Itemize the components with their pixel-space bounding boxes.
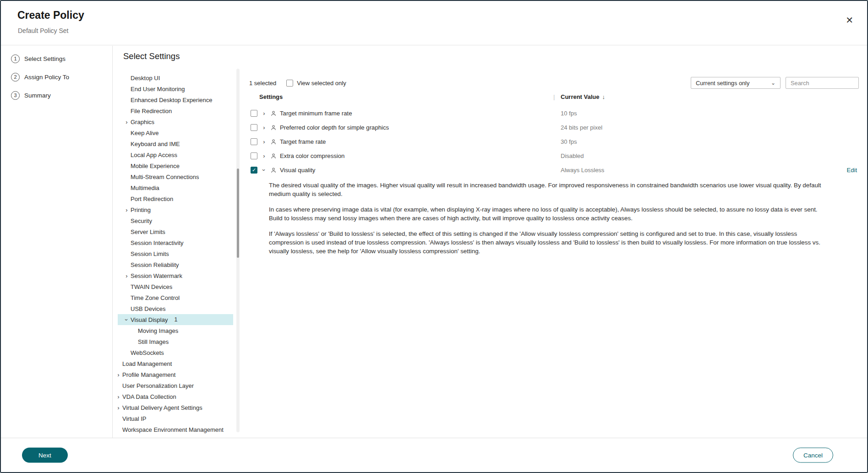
step-label: Select Settings — [24, 55, 66, 62]
chevron-down-icon: ⌄ — [771, 80, 775, 86]
tree-item[interactable]: Multi-Stream Connections — [118, 171, 233, 182]
tree-item[interactable]: Still Images — [118, 336, 233, 347]
settings-row[interactable]: ›Target frame rate30 fps — [248, 135, 867, 149]
tree-item[interactable]: End User Monitoring — [118, 83, 233, 94]
row-checkbox[interactable] — [251, 138, 257, 145]
chevron-right-icon[interactable]: › — [118, 394, 120, 400]
tree-item[interactable]: TWAIN Devices — [118, 281, 233, 292]
search-input[interactable] — [786, 77, 859, 89]
wizard-step[interactable]: 2Assign Policy To — [1, 68, 112, 86]
user-icon — [270, 125, 277, 131]
tree-item[interactable]: Load Management — [118, 358, 233, 369]
tree-item[interactable]: ›Session Watermark — [118, 270, 233, 281]
tree-item[interactable]: Multimedia — [118, 182, 233, 193]
settings-row[interactable]: ›Preferred color depth for simple graphi… — [248, 120, 867, 135]
tree-item-label: Graphics — [131, 119, 154, 125]
chevron-down-icon[interactable]: › — [124, 318, 130, 322]
tree-item[interactable]: USB Devices — [118, 303, 233, 314]
tree-item-label: VDA Data Collection — [122, 393, 176, 400]
setting-current-value: Always Lossless — [561, 167, 604, 174]
tree-item[interactable]: Workspace Environment Management — [118, 424, 233, 435]
user-icon — [270, 139, 277, 145]
tree-item-label: TWAIN Devices — [131, 283, 172, 290]
tree-item[interactable]: ›Virtual Delivery Agent Settings — [118, 402, 233, 413]
setting-name: Target minimum frame rate — [280, 110, 352, 117]
tree-item[interactable]: Desktop UI — [118, 72, 233, 83]
tree-item-label: Mobile Experience — [131, 163, 180, 169]
tree-item[interactable]: Virtual IP — [118, 413, 233, 424]
row-expand-chevron-icon[interactable]: › — [261, 168, 267, 172]
tree-item-label: Virtual Delivery Agent Settings — [122, 404, 202, 411]
settings-column-header: Settings — [259, 93, 283, 100]
tree-item[interactable]: Session Interactivity — [118, 237, 233, 248]
setting-name: Target frame rate — [280, 138, 326, 145]
tree-item-label: Virtual IP — [122, 415, 147, 422]
selected-count-badge: 1 — [174, 316, 177, 323]
tree-item-label: Session Interactivity — [131, 239, 184, 246]
tree-item[interactable]: Mobile Experience — [118, 160, 233, 171]
tree-item[interactable]: Server Limits — [118, 226, 233, 237]
wizard-step[interactable]: 1Select Settings — [1, 49, 112, 68]
chevron-right-icon[interactable]: › — [125, 207, 129, 213]
row-expand-chevron-icon[interactable]: › — [262, 110, 266, 116]
scrollbar-thumb[interactable] — [237, 169, 239, 258]
tree-item-label: Session Watermark — [131, 272, 182, 279]
tree-item[interactable]: Keyboard and IME — [118, 138, 233, 149]
tree-item[interactable]: Port Redirection — [118, 193, 233, 204]
settings-row[interactable]: ✓›Visual qualityAlways LosslessEdit — [248, 163, 867, 177]
settings-row[interactable]: ›Target minimum frame rate10 fps — [248, 106, 867, 120]
dialog-header: Create Policy Default Policy Set ✕ — [1, 1, 867, 45]
tree-item[interactable]: File Redirection — [118, 105, 233, 116]
chevron-right-icon[interactable]: › — [125, 119, 129, 125]
tree-item[interactable]: ›Visual Display1 — [118, 314, 233, 325]
settings-filter-dropdown[interactable]: Current settings only ⌄ — [691, 77, 781, 89]
row-checkbox[interactable] — [251, 110, 257, 117]
tree-item[interactable]: ›Printing — [118, 204, 233, 215]
chevron-right-icon[interactable]: › — [118, 372, 120, 378]
tree-item-label: Session Reliability — [131, 261, 179, 268]
tree-item-label: Multimedia — [131, 185, 159, 191]
step-label: Summary — [24, 92, 51, 99]
tree-item[interactable]: ›Profile Management — [118, 369, 233, 380]
tree-item-label: Load Management — [122, 360, 172, 367]
tree-item[interactable]: ›VDA Data Collection — [118, 391, 233, 402]
settings-row[interactable]: ›Extra color compressionDisabled — [248, 149, 867, 163]
tree-item[interactable]: Time Zone Control — [118, 292, 233, 303]
row-expand-chevron-icon[interactable]: › — [262, 139, 266, 145]
tree-item[interactable]: Moving Images — [118, 325, 233, 336]
tree-item[interactable]: Enhanced Desktop Experience — [118, 94, 233, 105]
settings-rows: ›Target minimum frame rate10 fps›Preferr… — [248, 106, 867, 262]
page-title: Create Policy — [17, 9, 84, 22]
tree-item-label: Session Limits — [131, 250, 169, 257]
close-icon[interactable]: ✕ — [846, 16, 853, 25]
selected-count-text: 1 selected — [249, 80, 276, 87]
chevron-right-icon[interactable]: › — [125, 273, 129, 279]
edit-link[interactable]: Edit — [847, 167, 857, 174]
tree-item[interactable]: Session Reliability — [118, 259, 233, 270]
tree-item[interactable]: Security — [118, 215, 233, 226]
view-selected-checkbox[interactable] — [286, 80, 293, 87]
tree-item[interactable]: Keep Alive — [118, 127, 233, 138]
current-value-column-header[interactable]: Current Value↓ — [561, 93, 605, 100]
setting-name: Visual quality — [280, 167, 315, 174]
cancel-button[interactable]: Cancel — [793, 448, 833, 463]
setting-description: The desired visual quality of the images… — [269, 181, 826, 256]
tree-item[interactable]: WebSockets — [118, 347, 233, 358]
step-number: 1 — [11, 54, 20, 63]
row-checkbox[interactable] — [251, 124, 257, 131]
tree-item[interactable]: User Personalization Layer — [118, 380, 233, 391]
tree-item-label: Server Limits — [131, 228, 165, 235]
tree-item[interactable]: Session Limits — [118, 248, 233, 259]
row-checkbox[interactable] — [251, 152, 257, 159]
create-policy-dialog: Create Policy Default Policy Set ✕ 1Sele… — [0, 0, 868, 473]
row-expand-chevron-icon[interactable]: › — [262, 125, 266, 130]
row-checkbox[interactable]: ✓ — [251, 167, 257, 174]
tree-item[interactable]: ›Graphics — [118, 116, 233, 127]
wizard-step[interactable]: 3Summary — [1, 86, 112, 104]
next-button[interactable]: Next — [22, 448, 68, 463]
tree-item-label: Multi-Stream Connections — [131, 174, 199, 180]
tree-scrollbar[interactable] — [236, 69, 240, 432]
tree-item[interactable]: Local App Access — [118, 149, 233, 160]
chevron-right-icon[interactable]: › — [118, 405, 120, 411]
row-expand-chevron-icon[interactable]: › — [262, 153, 266, 159]
